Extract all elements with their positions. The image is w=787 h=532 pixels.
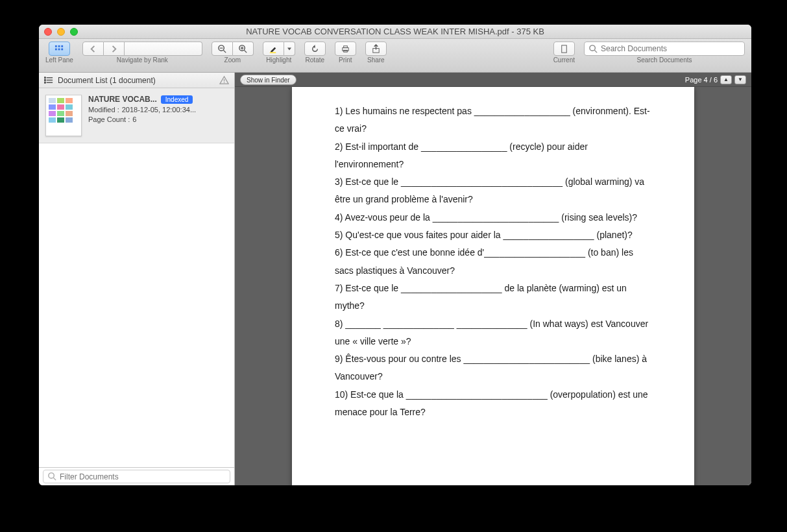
svg-line-21: [594, 50, 597, 53]
share-label: Share: [367, 56, 385, 64]
titlebar: NATURE VOCAB CONVERSATION CLASS WEAK INT…: [39, 25, 751, 39]
zoom-out-icon: [217, 44, 227, 54]
triangle-up-icon: ▲: [723, 77, 729, 82]
rank-field[interactable]: [125, 42, 202, 56]
show-in-finder-button[interactable]: Show in Finder: [240, 75, 297, 85]
nav-back-button[interactable]: [82, 42, 104, 56]
svg-point-20: [590, 45, 595, 50]
svg-point-25: [44, 77, 45, 79]
grid-icon: [54, 44, 64, 54]
print-button[interactable]: [335, 42, 356, 56]
page-line: 1) Les humains ne respectent pas _______…: [335, 103, 651, 138]
document-meta: NATURE VOCAB... Indexed Modified : 2018-…: [88, 95, 228, 136]
page-line: 6) Est-ce que c'est une bonne idée d'___…: [335, 244, 651, 280]
rotate-button[interactable]: [304, 42, 326, 56]
modified-value: 2018-12-05, 12:00:34...: [122, 106, 196, 114]
rotate-icon: [310, 44, 320, 54]
filter-documents-field[interactable]: [43, 470, 230, 483]
svg-rect-0: [55, 45, 57, 47]
minimize-window-button[interactable]: [57, 28, 65, 36]
svg-rect-13: [270, 52, 276, 53]
share-icon: [371, 44, 381, 54]
window-controls: [44, 28, 78, 36]
page-line: 8) _______ ______________ ______________…: [335, 315, 651, 351]
svg-rect-1: [58, 45, 60, 47]
current-group: Current: [553, 42, 575, 64]
page-indicator: Page 4 / 6: [685, 76, 718, 84]
document-title: NATURE VOCAB...: [88, 95, 157, 104]
chevron-right-icon: [109, 44, 119, 54]
svg-rect-3: [55, 48, 57, 50]
highlight-label: Highlight: [266, 56, 291, 64]
svg-rect-4: [58, 48, 60, 50]
toolbar: Left Pane Navigate by Rank: [39, 39, 751, 73]
close-window-button[interactable]: [44, 28, 52, 36]
body: Document List (1 document) NATURE VOCAB.…: [39, 73, 751, 485]
highlighter-icon: [269, 44, 278, 54]
document-list-header: Document List (1 document): [39, 73, 234, 88]
page-viewport[interactable]: 1) Les humains ne respectent pas _______…: [235, 87, 751, 485]
current-label: Current: [553, 56, 575, 64]
page-line: 4) Avez-vous peur de la ________________…: [335, 209, 651, 226]
window-title: NATURE VOCAB CONVERSATION CLASS WEAK INT…: [39, 27, 751, 36]
zoom-in-button[interactable]: [233, 42, 254, 56]
nav-forward-button[interactable]: [104, 42, 125, 56]
search-icon: [47, 472, 57, 481]
left-pane-group: Left Pane: [45, 42, 73, 64]
filter-input[interactable]: [60, 472, 226, 481]
warning-icon: [219, 75, 229, 85]
page-down-button[interactable]: ▼: [734, 75, 746, 84]
sidebar: Document List (1 document) NATURE VOCAB.…: [39, 73, 235, 485]
svg-point-26: [44, 80, 45, 81]
chevron-down-icon: [287, 44, 292, 54]
zoom-group: Zoom: [212, 42, 254, 64]
rotate-group: Rotate: [304, 42, 326, 64]
page-line: 7) Est-ce que le ____________________ de…: [335, 280, 651, 315]
document-list: NATURE VOCAB... Indexed Modified : 2018-…: [39, 88, 234, 467]
svg-rect-5: [61, 48, 63, 50]
share-button[interactable]: [365, 42, 387, 56]
page-line: 3) Est-ce que le _______________________…: [335, 173, 651, 209]
svg-point-27: [44, 82, 45, 83]
page-line: 5) Qu'est-ce que vous faites pour aider …: [335, 226, 651, 244]
svg-line-7: [223, 50, 226, 53]
page-line: 9) Êtes-vous pour ou contre les ________…: [335, 350, 651, 386]
search-input[interactable]: [601, 44, 740, 53]
svg-line-31: [53, 478, 56, 480]
svg-point-30: [49, 473, 54, 478]
document-list-item[interactable]: NATURE VOCAB... Indexed Modified : 2018-…: [39, 88, 234, 143]
svg-rect-19: [562, 45, 567, 52]
search-label: Search Documents: [636, 56, 692, 64]
document-icon: [559, 44, 569, 54]
svg-rect-2: [61, 45, 63, 47]
print-label: Print: [339, 56, 352, 64]
search-group: Search Documents: [584, 42, 745, 64]
navigate-label: Navigate by Rank: [117, 56, 168, 64]
highlight-dropdown-button[interactable]: [284, 42, 295, 56]
search-documents-field[interactable]: [584, 42, 745, 56]
document-thumbnail: [45, 95, 82, 136]
content-area: Show in Finder Page 4 / 6 ▲ ▼ 1) Les hum…: [235, 73, 751, 485]
sidebar-footer: [39, 467, 234, 485]
navigate-group: Navigate by Rank: [82, 42, 202, 64]
maximize-window-button[interactable]: [70, 28, 78, 36]
highlight-button[interactable]: [263, 42, 284, 56]
document-list-title: Document List (1 document): [58, 76, 156, 85]
print-group: Print: [335, 42, 356, 64]
page-up-button[interactable]: ▲: [720, 75, 732, 84]
indexed-badge: Indexed: [161, 95, 193, 104]
pdf-page: 1) Les humains ne respectent pas _______…: [292, 87, 694, 485]
pagecount-label: Page Count :: [88, 115, 130, 123]
highlight-group: Highlight: [263, 42, 295, 64]
search-icon: [588, 44, 598, 54]
svg-rect-15: [344, 45, 348, 47]
zoom-in-icon: [238, 44, 248, 54]
modified-label: Modified :: [88, 106, 119, 114]
zoom-out-button[interactable]: [212, 42, 233, 56]
current-button[interactable]: [553, 42, 575, 56]
share-group: Share: [365, 42, 387, 64]
left-pane-toggle-button[interactable]: [49, 42, 70, 56]
svg-point-29: [224, 82, 225, 84]
list-icon: [44, 75, 54, 85]
page-line: 10) Est-ce que la ______________________…: [335, 386, 651, 422]
